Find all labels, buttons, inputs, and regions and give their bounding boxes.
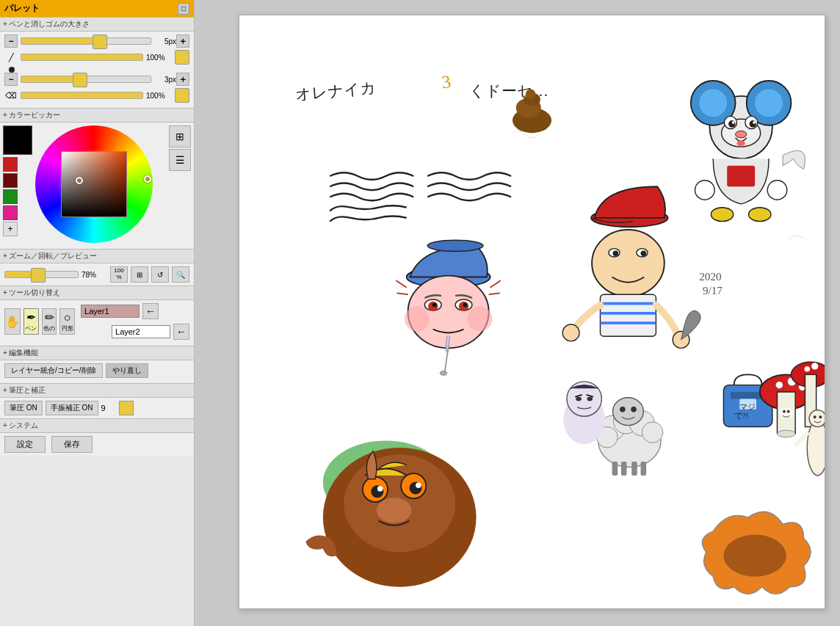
svg-point-12 — [699, 89, 727, 117]
sub-swatch-green[interactable] — [3, 189, 18, 204]
svg-point-87 — [377, 498, 411, 523]
svg-point-13 — [755, 89, 783, 117]
svg-point-44 — [440, 371, 446, 376]
svg-point-67 — [631, 407, 637, 412]
pressure-section: 筆圧 ON 手振補正 ON 9 — [0, 398, 194, 418]
layer1-arrow-button[interactable]: ← — [142, 303, 159, 319]
svg-point-31 — [405, 306, 430, 331]
eraser-percent-slider[interactable] — [21, 92, 143, 99]
zoom-slider[interactable] — [4, 271, 79, 278]
pen-percent-thumb — [175, 50, 189, 65]
svg-text:で?!: で?! — [734, 411, 749, 420]
layer-merge-button[interactable]: レイヤー統合/コピー/削除 — [4, 363, 103, 378]
settings-button[interactable]: 設定 — [4, 436, 46, 453]
zoom-fit-button[interactable]: ⊞ — [131, 266, 148, 283]
svg-rect-70 — [631, 462, 637, 476]
circle-label: 円形 — [62, 324, 73, 332]
svg-point-24 — [695, 181, 715, 200]
stabilizer-toggle-button[interactable]: 手振補正 ON — [46, 401, 98, 415]
svg-point-29 — [427, 240, 483, 251]
color-list-button[interactable]: ☰ — [169, 149, 191, 171]
pen-percent-slider[interactable] — [21, 54, 143, 61]
circle-tool-button[interactable]: ○ 円形 — [59, 308, 75, 335]
svg-point-106 — [807, 420, 825, 476]
svg-point-101 — [787, 410, 790, 413]
circle-icon: ○ — [64, 311, 71, 324]
layer1-input[interactable] — [81, 305, 140, 318]
eraser-size-slider[interactable] — [21, 76, 151, 83]
svg-point-63 — [642, 422, 662, 443]
svg-point-20 — [753, 121, 756, 124]
color-section-header[interactable]: カラーピッカー — [0, 108, 194, 123]
zoom-section-header[interactable]: ズーム／回転／プレビュー — [0, 249, 194, 263]
panel-title-text: パレット — [4, 2, 40, 15]
add-swatch-button[interactable]: + — [3, 222, 18, 236]
pen-section-header[interactable]: ペンと消しゴムの大きさ — [0, 17, 194, 32]
svg-point-18 — [750, 120, 756, 127]
hand-tool-button[interactable]: ✋ — [4, 308, 21, 335]
color-left-swatches: + — [3, 125, 32, 236]
svg-point-46 — [592, 230, 665, 296]
svg-point-66 — [620, 407, 626, 412]
pen-label: ペン — [25, 324, 37, 332]
svg-point-7 — [526, 89, 535, 98]
drawing-canvas[interactable]: オレナイカ 3 くドーセ… — [239, 15, 825, 609]
svg-point-113 — [723, 535, 786, 577]
canvas-area: オレナイカ 3 くドーセ… — [195, 0, 840, 626]
layer2-arrow-button[interactable]: ← — [173, 324, 189, 340]
svg-point-76 — [576, 397, 582, 401]
zoom-reset-button[interactable]: ↺ — [151, 266, 169, 283]
svg-point-100 — [783, 410, 786, 413]
eraser-percent-value: 100% — [146, 92, 172, 100]
redo-button[interactable]: やり直し — [106, 363, 148, 378]
pen-size-minus-button[interactable]: － — [4, 34, 18, 48]
edit-section: レイヤー統合/コピー/削除 やり直し — [0, 360, 194, 383]
color-square-indicator — [76, 177, 83, 184]
sub-swatch-red[interactable] — [3, 157, 18, 172]
sub-swatch-pink[interactable] — [3, 205, 18, 220]
save-button[interactable]: 保存 — [51, 436, 93, 453]
svg-point-37 — [432, 303, 437, 307]
pressure-toggle-button[interactable]: 筆圧 ON — [4, 401, 43, 415]
eraser-size-minus-button[interactable]: － — [4, 73, 18, 86]
svg-text:マジ: マジ — [739, 402, 756, 411]
pressure-section-header[interactable]: 筆圧と補正 — [0, 383, 194, 398]
zoom-100-button[interactable]: 100 % — [110, 266, 128, 283]
pen-size-slider[interactable] — [21, 37, 151, 45]
eraser-size-plus-button[interactable]: ＋ — [176, 73, 189, 86]
sub-swatch-darkred[interactable] — [3, 173, 18, 188]
color-wheel[interactable] — [35, 125, 153, 243]
svg-point-25 — [767, 181, 787, 200]
color-pen-icon: ✏ — [45, 310, 54, 324]
edit-section-header[interactable]: 編集機能 — [0, 346, 194, 360]
svg-point-17 — [728, 120, 735, 127]
zoom-value: 78% — [82, 271, 107, 279]
main-color-swatch[interactable] — [3, 125, 32, 155]
pen-percent-value: 100% — [146, 54, 172, 62]
pen-size-plus-button[interactable]: ＋ — [176, 34, 189, 48]
tool-section-header[interactable]: ツール切り替え — [0, 285, 194, 300]
svg-point-107 — [809, 410, 825, 427]
color-square[interactable] — [61, 151, 127, 217]
pressure-color-swatch — [119, 401, 134, 415]
zoom-search-button[interactable]: 🔍 — [172, 266, 189, 283]
svg-point-108 — [814, 415, 817, 418]
svg-point-109 — [819, 415, 822, 418]
color-pen-tool-button[interactable]: ✏ 色の — [42, 308, 57, 335]
color-wheel-indicator — [144, 175, 151, 183]
panel-title-bar[interactable]: パレット □ — [0, 0, 194, 17]
svg-text:2020: 2020 — [699, 270, 722, 283]
system-section-header[interactable]: システム — [0, 418, 194, 433]
color-icon-buttons: ⊞ ☰ — [169, 125, 191, 171]
svg-rect-71 — [641, 462, 647, 476]
svg-rect-68 — [612, 462, 618, 476]
layer2-input[interactable] — [112, 325, 170, 338]
svg-point-32 — [467, 306, 492, 331]
eraser-percent-thumb — [175, 88, 189, 103]
dot-indicator — [9, 67, 15, 73]
pen-size-value: 5px — [154, 37, 176, 46]
stabilizer-number: 9 — [101, 404, 116, 412]
pen-tool-button[interactable]: ✒ ペン — [23, 308, 39, 335]
color-grid-button[interactable]: ⊞ — [169, 125, 191, 148]
panel-close-button[interactable]: □ — [178, 3, 189, 15]
